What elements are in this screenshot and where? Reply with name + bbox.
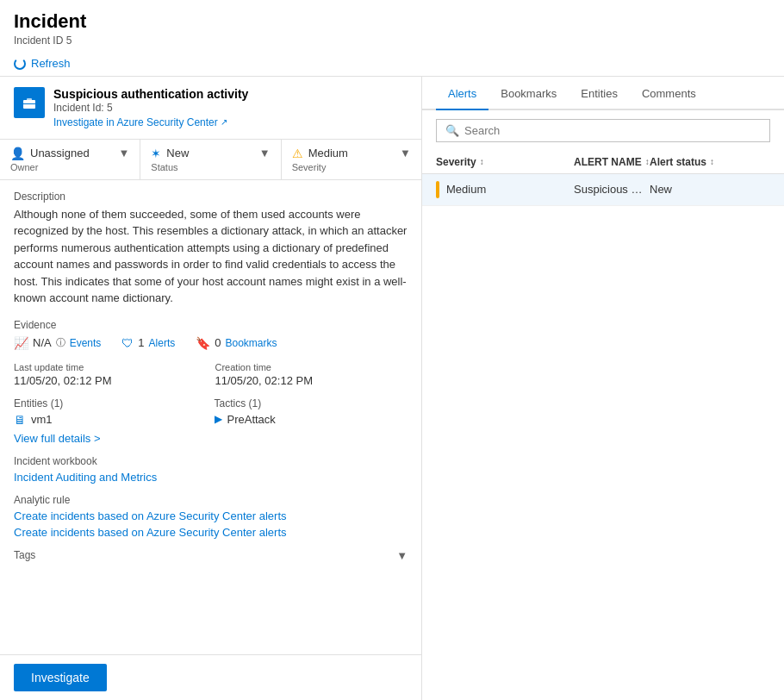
tags-label: Tags <box>14 549 35 561</box>
view-full-details-link[interactable]: View full details > <box>14 432 101 445</box>
tags-chevron-icon: ▼ <box>396 549 408 562</box>
incident-icon <box>14 87 45 118</box>
alerts-evidence: 🛡 1 Alerts <box>121 336 175 350</box>
tab-bookmarks[interactable]: Bookmarks <box>488 77 569 110</box>
events-count: N/A <box>33 336 52 349</box>
last-update-value: 11/05/20, 02:12 PM <box>14 374 207 387</box>
alerts-link[interactable]: Alerts <box>149 337 176 349</box>
refresh-label: Refresh <box>31 57 71 70</box>
workbook-link[interactable]: Incident Auditing and Metrics <box>14 471 408 484</box>
table-row[interactable]: Medium Suspicious authenticatio... New <box>422 174 784 206</box>
evidence-items: 📈 N/A ⓘ Events 🛡 1 Alerts 🔖 0 Bookmarks <box>14 336 408 350</box>
status-chevron-icon: ▼ <box>259 147 271 159</box>
refresh-icon <box>14 58 26 70</box>
entity-item: 🖥 vm1 <box>14 413 208 427</box>
description-text: Although none of them succeeded, some of… <box>14 206 408 307</box>
events-link[interactable]: Events <box>70 337 102 349</box>
scrollable-content: Description Although none of them succee… <box>0 180 421 655</box>
severity-sort-icon: ↕ <box>480 157 484 166</box>
tactics-block: Tactics (1) ▶ PreAttack <box>215 397 408 427</box>
last-update-label: Last update time <box>14 362 207 372</box>
severity-bar <box>436 181 439 198</box>
status-label: Status <box>151 162 270 172</box>
events-evidence: 📈 N/A ⓘ Events <box>14 336 101 350</box>
search-input[interactable] <box>464 124 761 137</box>
analytic-label: Analytic rule <box>14 494 408 506</box>
alert-name-col-header[interactable]: ALERT NAME ↕ <box>574 156 650 168</box>
severity-status-item[interactable]: ⚠ Medium ▼ Severity <box>282 140 421 179</box>
bookmarks-count: 0 <box>215 336 221 349</box>
table-header: Severity ↕ ALERT NAME ↕ Alert status ↕ <box>422 151 784 174</box>
entities-label: Entities (1) <box>14 397 208 409</box>
evidence-label: Evidence <box>14 319 408 331</box>
evidence-section: Evidence 📈 N/A ⓘ Events 🛡 1 Alerts 🔖 <box>14 319 408 350</box>
status-value: New <box>166 147 189 159</box>
owner-icon: 👤 <box>10 147 25 160</box>
incident-id-top: Incident ID 5 <box>14 34 770 47</box>
search-icon: 🔍 <box>445 124 459 137</box>
alert-status-col-header[interactable]: Alert status ↕ <box>650 156 770 168</box>
owner-value: Unassigned <box>30 147 90 159</box>
warning-icon: ⚠ <box>292 147 303 160</box>
entities-block: Entities (1) 🖥 vm1 <box>14 397 208 427</box>
owner-status-item[interactable]: 👤 Unassigned ▼ Owner <box>0 140 140 179</box>
alert-name-sort-icon: ↕ <box>645 157 650 166</box>
events-icon: 📈 <box>14 336 28 350</box>
page-title: Incident <box>14 10 770 33</box>
tactic-item: ▶ PreAttack <box>215 413 408 426</box>
events-info-icon: ⓘ <box>56 336 65 349</box>
severity-cell: Medium <box>436 181 574 198</box>
analytic-link-1[interactable]: Create incidents based on Azure Security… <box>14 509 408 522</box>
description-label: Description <box>14 191 408 203</box>
workbook-label: Incident workbook <box>14 455 408 467</box>
analytic-link-2[interactable]: Create incidents based on Azure Security… <box>14 526 408 539</box>
search-bar: 🔍 <box>422 110 784 151</box>
incident-id-sub: Incident Id: 5 <box>53 102 408 114</box>
creation-time-value: 11/05/20, 02:12 PM <box>215 374 408 387</box>
creation-time-block: Creation time 11/05/20, 02:12 PM <box>215 362 408 387</box>
tactics-label: Tactics (1) <box>215 397 408 409</box>
alert-status-cell: New <box>650 183 770 196</box>
meta-section: Last update time 11/05/20, 02:12 PM Crea… <box>14 362 408 387</box>
tab-alerts[interactable]: Alerts <box>436 77 488 110</box>
tags-section[interactable]: Tags ▼ <box>14 549 408 562</box>
last-update-block: Last update time 11/05/20, 02:12 PM <box>14 362 207 387</box>
bookmarks-icon: 🔖 <box>196 336 210 350</box>
severity-col-header[interactable]: Severity ↕ <box>436 156 574 168</box>
bookmarks-evidence: 🔖 0 Bookmarks <box>196 336 277 350</box>
status-new-icon: ✶ <box>151 147 161 160</box>
tags-header: Tags ▼ <box>14 549 408 562</box>
bottom-bar: Investigate <box>0 654 421 700</box>
alerts-table: Medium Suspicious authenticatio... New <box>422 174 784 701</box>
alerts-shield-icon: 🛡 <box>121 336 134 350</box>
tab-entities[interactable]: Entities <box>569 77 630 110</box>
bookmarks-link[interactable]: Bookmarks <box>226 337 277 349</box>
owner-label: Owner <box>10 162 129 172</box>
computer-icon: 🖥 <box>14 413 26 427</box>
severity-label: Severity <box>292 162 411 172</box>
entities-tactics-section: Entities (1) 🖥 vm1 Tactics (1) ▶ PreAtta… <box>14 397 408 445</box>
briefcase-icon <box>21 94 38 111</box>
tab-comments[interactable]: Comments <box>630 77 708 110</box>
external-link-icon: ↗ <box>221 117 227 127</box>
analytic-section: Analytic rule Create incidents based on … <box>14 494 408 539</box>
tactic-name: PreAttack <box>227 413 276 426</box>
owner-chevron-icon: ▼ <box>118 147 129 159</box>
entity-name: vm1 <box>31 413 53 426</box>
main-content: Suspicious authentication activity Incid… <box>0 77 784 701</box>
status-status-item[interactable]: ✶ New ▼ Status <box>140 140 281 179</box>
tabs-bar: Alerts Bookmarks Entities Comments <box>422 77 784 110</box>
refresh-button[interactable]: Refresh <box>14 55 71 72</box>
status-bar: 👤 Unassigned ▼ Owner ✶ New ▼ Status <box>0 140 421 180</box>
incident-header: Suspicious authentication activity Incid… <box>0 77 421 140</box>
incident-name: Suspicious authentication activity <box>53 87 408 101</box>
investigate-button[interactable]: Investigate <box>14 664 107 691</box>
severity-chevron-icon: ▼ <box>400 147 411 159</box>
left-panel: Suspicious authentication activity Incid… <box>0 77 422 701</box>
creation-time-label: Creation time <box>215 362 408 372</box>
alert-status-sort-icon: ↕ <box>710 157 714 166</box>
svg-rect-2 <box>23 103 35 104</box>
investigate-azure-link[interactable]: Investigate in Azure Security Center ↗ <box>53 116 227 128</box>
incident-info: Suspicious authentication activity Incid… <box>53 87 408 128</box>
search-input-wrap: 🔍 <box>436 119 770 142</box>
